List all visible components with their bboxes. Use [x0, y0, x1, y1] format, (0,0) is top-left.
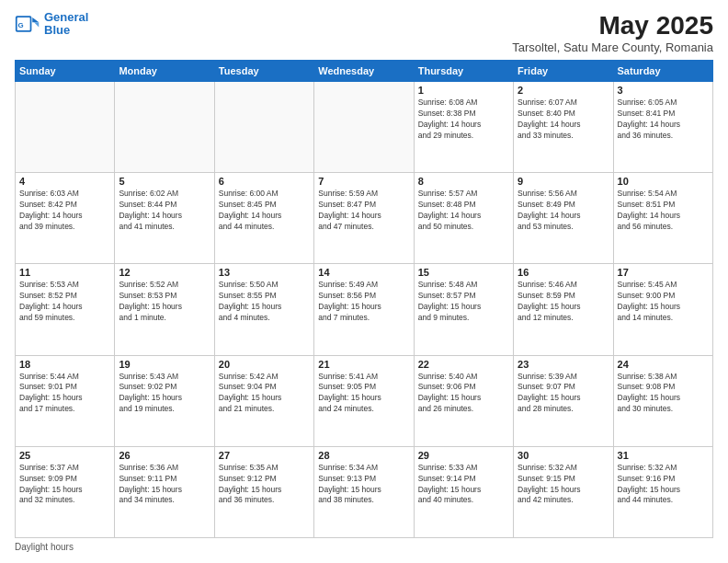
calendar-cell: 25Sunrise: 5:37 AM Sunset: 9:09 PM Dayli…: [16, 446, 115, 537]
calendar-cell: 19Sunrise: 5:43 AM Sunset: 9:02 PM Dayli…: [115, 355, 214, 446]
calendar-cell: 13Sunrise: 5:50 AM Sunset: 8:55 PM Dayli…: [214, 264, 313, 355]
logo-text: General Blue: [44, 11, 88, 38]
calendar-cell: 28Sunrise: 5:34 AM Sunset: 9:13 PM Dayli…: [314, 446, 414, 537]
title-block: May 2025 Tarsoltel, Satu Mare County, Ro…: [512, 11, 713, 54]
day-number: 31: [618, 450, 709, 461]
calendar-cell: 10Sunrise: 5:54 AM Sunset: 8:51 PM Dayli…: [613, 173, 712, 264]
calendar-cell: 4Sunrise: 6:03 AM Sunset: 8:42 PM Daylig…: [16, 173, 115, 264]
day-info: Sunrise: 5:34 AM Sunset: 9:13 PM Dayligh…: [318, 463, 409, 507]
day-info: Sunrise: 6:03 AM Sunset: 8:42 PM Dayligh…: [19, 189, 110, 233]
calendar-week-row-1: 4Sunrise: 6:03 AM Sunset: 8:42 PM Daylig…: [16, 173, 713, 264]
day-number: 14: [318, 267, 409, 278]
day-info: Sunrise: 5:36 AM Sunset: 9:11 PM Dayligh…: [119, 463, 210, 507]
day-number: 29: [418, 450, 509, 461]
calendar-cell: 2Sunrise: 6:07 AM Sunset: 8:40 PM Daylig…: [514, 82, 613, 173]
day-info: Sunrise: 5:38 AM Sunset: 9:08 PM Dayligh…: [618, 372, 709, 416]
svg-text:G: G: [18, 21, 24, 29]
day-info: Sunrise: 5:59 AM Sunset: 8:47 PM Dayligh…: [318, 189, 409, 233]
day-info: Sunrise: 5:40 AM Sunset: 9:06 PM Dayligh…: [418, 372, 509, 416]
footer-note: Daylight hours: [15, 542, 713, 552]
day-info: Sunrise: 5:49 AM Sunset: 8:56 PM Dayligh…: [318, 280, 409, 324]
day-info: Sunrise: 5:32 AM Sunset: 9:16 PM Dayligh…: [618, 463, 709, 507]
logo-line1: General: [44, 10, 88, 24]
calendar-cell: 8Sunrise: 5:57 AM Sunset: 8:48 PM Daylig…: [414, 173, 513, 264]
day-number: 2: [518, 85, 609, 96]
day-info: Sunrise: 6:07 AM Sunset: 8:40 PM Dayligh…: [518, 98, 609, 142]
calendar-cell: 22Sunrise: 5:40 AM Sunset: 9:06 PM Dayli…: [414, 355, 513, 446]
calendar-cell: 1Sunrise: 6:08 AM Sunset: 8:38 PM Daylig…: [414, 82, 513, 173]
day-number: 24: [618, 359, 709, 370]
calendar-cell: 16Sunrise: 5:46 AM Sunset: 8:59 PM Dayli…: [514, 264, 613, 355]
calendar-cell: 14Sunrise: 5:49 AM Sunset: 8:56 PM Dayli…: [314, 264, 414, 355]
day-number: 9: [518, 176, 609, 187]
day-info: Sunrise: 5:54 AM Sunset: 8:51 PM Dayligh…: [618, 189, 709, 233]
logo: G General Blue: [15, 11, 88, 38]
calendar-cell: 7Sunrise: 5:59 AM Sunset: 8:47 PM Daylig…: [314, 173, 414, 264]
day-info: Sunrise: 5:45 AM Sunset: 9:00 PM Dayligh…: [618, 280, 709, 324]
day-number: 4: [19, 176, 110, 187]
calendar-cell: 17Sunrise: 5:45 AM Sunset: 9:00 PM Dayli…: [613, 264, 712, 355]
calendar-header-wednesday: Wednesday: [314, 61, 414, 82]
day-number: 6: [219, 176, 310, 187]
calendar-header-thursday: Thursday: [414, 61, 513, 82]
page: G General Blue May 2025 Tarsoltel, Satu …: [0, 0, 728, 563]
calendar-week-row-0: 1Sunrise: 6:08 AM Sunset: 8:38 PM Daylig…: [16, 82, 713, 173]
day-number: 13: [219, 267, 310, 278]
calendar-cell: [214, 82, 313, 173]
footer-note-text: Daylight hours: [15, 542, 74, 552]
day-info: Sunrise: 5:52 AM Sunset: 8:53 PM Dayligh…: [119, 280, 210, 324]
day-number: 8: [418, 176, 509, 187]
day-number: 28: [318, 450, 409, 461]
logo-icon: G: [15, 11, 40, 37]
calendar-cell: 23Sunrise: 5:39 AM Sunset: 9:07 PM Dayli…: [514, 355, 613, 446]
day-info: Sunrise: 5:42 AM Sunset: 9:04 PM Dayligh…: [219, 372, 310, 416]
day-info: Sunrise: 5:57 AM Sunset: 8:48 PM Dayligh…: [418, 189, 509, 233]
day-info: Sunrise: 6:00 AM Sunset: 8:45 PM Dayligh…: [219, 189, 310, 233]
day-info: Sunrise: 5:50 AM Sunset: 8:55 PM Dayligh…: [219, 280, 310, 324]
day-number: 1: [418, 85, 509, 96]
calendar-cell: 3Sunrise: 6:05 AM Sunset: 8:41 PM Daylig…: [613, 82, 712, 173]
day-number: 30: [518, 450, 609, 461]
day-info: Sunrise: 5:48 AM Sunset: 8:57 PM Dayligh…: [418, 280, 509, 324]
calendar-week-row-3: 18Sunrise: 5:44 AM Sunset: 9:01 PM Dayli…: [16, 355, 713, 446]
header: G General Blue May 2025 Tarsoltel, Satu …: [15, 11, 713, 54]
calendar-cell: 18Sunrise: 5:44 AM Sunset: 9:01 PM Dayli…: [16, 355, 115, 446]
day-number: 26: [119, 450, 210, 461]
calendar-cell: 31Sunrise: 5:32 AM Sunset: 9:16 PM Dayli…: [613, 446, 712, 537]
day-info: Sunrise: 6:02 AM Sunset: 8:44 PM Dayligh…: [119, 189, 210, 233]
day-number: 16: [518, 267, 609, 278]
calendar-cell: [115, 82, 214, 173]
day-number: 21: [318, 359, 409, 370]
day-info: Sunrise: 5:37 AM Sunset: 9:09 PM Dayligh…: [19, 463, 110, 507]
calendar-header-tuesday: Tuesday: [214, 61, 313, 82]
day-number: 19: [119, 359, 210, 370]
day-info: Sunrise: 6:08 AM Sunset: 8:38 PM Dayligh…: [418, 98, 509, 142]
calendar-week-row-4: 25Sunrise: 5:37 AM Sunset: 9:09 PM Dayli…: [16, 446, 713, 537]
day-number: 12: [119, 267, 210, 278]
day-number: 22: [418, 359, 509, 370]
calendar-header-sunday: Sunday: [16, 61, 115, 82]
day-number: 20: [219, 359, 310, 370]
day-info: Sunrise: 5:32 AM Sunset: 9:15 PM Dayligh…: [518, 463, 609, 507]
day-number: 5: [119, 176, 210, 187]
logo-line2: Blue: [44, 23, 70, 37]
day-number: 23: [518, 359, 609, 370]
day-number: 15: [418, 267, 509, 278]
calendar-header-saturday: Saturday: [613, 61, 712, 82]
day-number: 7: [318, 176, 409, 187]
day-number: 18: [19, 359, 110, 370]
day-number: 25: [19, 450, 110, 461]
calendar-cell: 9Sunrise: 5:56 AM Sunset: 8:49 PM Daylig…: [514, 173, 613, 264]
calendar-cell: 26Sunrise: 5:36 AM Sunset: 9:11 PM Dayli…: [115, 446, 214, 537]
day-number: 11: [19, 267, 110, 278]
day-number: 27: [219, 450, 310, 461]
day-info: Sunrise: 5:35 AM Sunset: 9:12 PM Dayligh…: [219, 463, 310, 507]
calendar-cell: 5Sunrise: 6:02 AM Sunset: 8:44 PM Daylig…: [115, 173, 214, 264]
day-info: Sunrise: 5:33 AM Sunset: 9:14 PM Dayligh…: [418, 463, 509, 507]
calendar-header-row: SundayMondayTuesdayWednesdayThursdayFrid…: [16, 61, 713, 82]
day-number: 17: [618, 267, 709, 278]
calendar-cell: [16, 82, 115, 173]
svg-marker-3: [32, 17, 39, 22]
calendar-week-row-2: 11Sunrise: 5:53 AM Sunset: 8:52 PM Dayli…: [16, 264, 713, 355]
day-info: Sunrise: 5:39 AM Sunset: 9:07 PM Dayligh…: [518, 372, 609, 416]
